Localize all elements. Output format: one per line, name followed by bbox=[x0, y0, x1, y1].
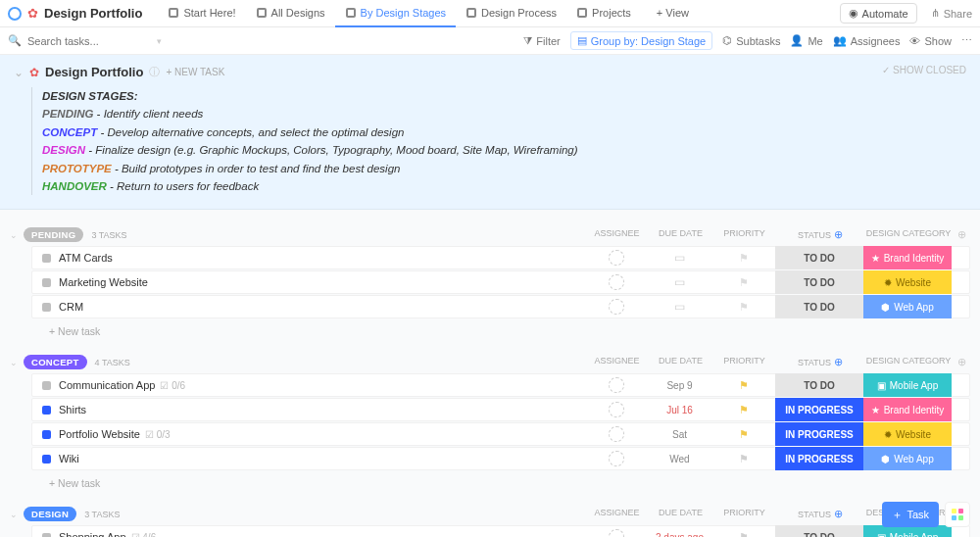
priority-cell[interactable]: ⚑ bbox=[711, 252, 775, 265]
share-button[interactable]: ⋔Share bbox=[931, 7, 972, 20]
search-box[interactable]: 🔍 ▾ bbox=[8, 34, 514, 47]
priority-cell[interactable]: ⚑ bbox=[711, 379, 775, 392]
col-assignee: ASSIGNEE bbox=[585, 508, 649, 520]
add-status-icon[interactable]: ⊕ bbox=[834, 508, 843, 519]
apps-button[interactable] bbox=[945, 502, 970, 527]
status-cell[interactable]: TO DO bbox=[775, 295, 863, 318]
assignee-cell[interactable] bbox=[584, 451, 648, 466]
group-collapse-icon[interactable]: ⌄ bbox=[10, 358, 18, 367]
category-cell[interactable]: ✹Website bbox=[863, 270, 952, 294]
status-cell[interactable]: TO DO bbox=[775, 525, 863, 537]
task-row[interactable]: WikiWed⚑IN PROGRESS⬢Web App bbox=[31, 447, 970, 470]
assignees-button[interactable]: 👥Assignees bbox=[833, 34, 901, 47]
new-task-header-button[interactable]: + NEW TASK bbox=[166, 67, 224, 77]
view-tab[interactable]: Start Here! bbox=[158, 0, 245, 27]
show-closed-button[interactable]: ✓ SHOW CLOSED bbox=[882, 65, 966, 75]
desc-line: CONCEPT - Develop alternative concepts, … bbox=[42, 123, 966, 141]
chevron-down-icon[interactable]: ▾ bbox=[157, 36, 162, 46]
duedate-cell[interactable]: Jul 16 bbox=[648, 405, 711, 415]
app-logo[interactable] bbox=[8, 7, 22, 21]
column-settings-icon[interactable]: ⊕ bbox=[953, 356, 970, 368]
groupby-button[interactable]: ▤Group by: Design Stage bbox=[570, 31, 712, 50]
category-icon: ⬢ bbox=[881, 302, 890, 313]
folder-favorite-icon[interactable]: ✿ bbox=[29, 66, 39, 79]
duedate-cell[interactable]: Sep 9 bbox=[648, 380, 711, 391]
add-status-icon[interactable]: ⊕ bbox=[834, 228, 843, 240]
info-icon[interactable]: ⓘ bbox=[149, 65, 160, 79]
status-cell[interactable]: IN PROGRESS bbox=[775, 447, 863, 470]
view-tab[interactable]: Projects bbox=[566, 0, 641, 27]
priority-cell[interactable]: ⚑ bbox=[711, 404, 775, 416]
more-icon[interactable]: ⋯ bbox=[961, 34, 972, 47]
assignee-cell[interactable] bbox=[584, 250, 648, 266]
category-cell[interactable]: ▣Mobile App bbox=[863, 373, 952, 397]
status-square-icon bbox=[42, 406, 51, 415]
task-name: CRM bbox=[59, 301, 83, 313]
priority-cell[interactable]: ⚑ bbox=[711, 453, 775, 465]
task-row[interactable]: Communication App☑ 0/6Sep 9⚑TO DO▣Mobile… bbox=[31, 373, 970, 397]
duedate-cell[interactable]: Wed bbox=[648, 454, 711, 464]
category-icon: ✹ bbox=[884, 429, 892, 440]
automate-button[interactable]: ◉Automate bbox=[840, 3, 917, 24]
category-cell[interactable]: ★Brand Identity bbox=[863, 398, 952, 421]
task-row[interactable]: CRM▭⚑TO DO⬢Web App bbox=[31, 295, 970, 318]
status-cell[interactable]: TO DO bbox=[775, 373, 863, 397]
priority-cell[interactable]: ⚑ bbox=[711, 428, 775, 441]
assignee-cell[interactable] bbox=[584, 426, 648, 442]
priority-cell[interactable]: ⚑ bbox=[711, 531, 775, 537]
view-tab[interactable]: All Designs bbox=[246, 0, 335, 27]
group-pill[interactable]: CONCEPT bbox=[24, 355, 87, 369]
task-row[interactable]: ATM Cards▭⚑TO DO★Brand Identity bbox=[31, 246, 970, 269]
task-row[interactable]: ShirtsJul 16⚑IN PROGRESS★Brand Identity bbox=[31, 398, 970, 421]
view-icon bbox=[576, 7, 588, 19]
duedate-cell[interactable]: ▭ bbox=[648, 300, 711, 314]
category-cell[interactable]: ★Brand Identity bbox=[863, 246, 952, 269]
category-cell[interactable]: ⬢Web App bbox=[863, 295, 952, 318]
view-tab[interactable]: Design Process bbox=[456, 0, 566, 27]
me-button[interactable]: 👤Me bbox=[790, 34, 822, 47]
status-cell[interactable]: TO DO bbox=[775, 270, 863, 294]
view-icon bbox=[256, 7, 268, 19]
favorite-icon[interactable]: ✿ bbox=[27, 6, 38, 21]
group-pill[interactable]: PENDING bbox=[24, 227, 83, 242]
assignee-cell[interactable] bbox=[584, 299, 648, 315]
duedate-cell[interactable]: Sat bbox=[648, 429, 711, 440]
subtasks-button[interactable]: ⌬Subtasks bbox=[722, 34, 780, 47]
new-task-button[interactable]: + New task bbox=[41, 319, 970, 337]
group-pill[interactable]: DESIGN bbox=[24, 507, 76, 521]
assignee-cell[interactable] bbox=[584, 529, 648, 537]
category-cell[interactable]: ✹Website bbox=[863, 422, 952, 446]
add-view-button[interactable]: + View bbox=[647, 0, 699, 27]
show-button[interactable]: 👁Show bbox=[909, 35, 952, 47]
new-task-button[interactable]: + New task bbox=[41, 471, 970, 489]
add-status-icon[interactable]: ⊕ bbox=[834, 356, 843, 367]
assignee-cell[interactable] bbox=[584, 274, 648, 290]
status-cell[interactable]: IN PROGRESS bbox=[775, 398, 863, 421]
col-duedate: DUE DATE bbox=[649, 228, 712, 241]
category-cell[interactable]: ▣Mobile App bbox=[863, 525, 952, 537]
group-collapse-icon[interactable]: ⌄ bbox=[10, 510, 18, 519]
desc-line: DESIGN - Finalize design (e.g. Graphic M… bbox=[42, 141, 966, 159]
assignee-cell[interactable] bbox=[584, 377, 648, 393]
assignee-cell[interactable] bbox=[584, 402, 648, 417]
duedate-cell[interactable]: ▭ bbox=[648, 275, 711, 289]
status-cell[interactable]: TO DO bbox=[775, 246, 863, 269]
category-cell[interactable]: ⬢Web App bbox=[863, 447, 952, 470]
task-row[interactable]: Shopping App☑ 4/62 days ago⚑TO DO▣Mobile… bbox=[31, 525, 970, 537]
search-input[interactable] bbox=[27, 35, 145, 47]
task-name: Marketing Website bbox=[59, 276, 148, 288]
collapse-icon[interactable]: ⌄ bbox=[14, 66, 24, 79]
priority-cell[interactable]: ⚑ bbox=[711, 301, 775, 314]
task-row[interactable]: Portfolio Website☑ 0/3Sat⚑IN PROGRESS✹We… bbox=[31, 422, 970, 446]
task-row[interactable]: Marketing Website▭⚑TO DO✹Website bbox=[31, 270, 970, 294]
filter-button[interactable]: ⧩Filter bbox=[523, 34, 560, 47]
duedate-cell[interactable]: 2 days ago bbox=[648, 532, 711, 537]
status-cell[interactable]: IN PROGRESS bbox=[775, 422, 863, 446]
new-task-fab[interactable]: ＋Task bbox=[882, 502, 939, 527]
view-tab[interactable]: By Design Stages bbox=[335, 0, 456, 27]
duedate-cell[interactable]: ▭ bbox=[648, 251, 711, 265]
column-settings-icon[interactable]: ⊕ bbox=[953, 228, 970, 241]
priority-cell[interactable]: ⚑ bbox=[711, 276, 775, 289]
assignee-placeholder-icon bbox=[609, 299, 624, 315]
group-collapse-icon[interactable]: ⌄ bbox=[10, 230, 18, 240]
